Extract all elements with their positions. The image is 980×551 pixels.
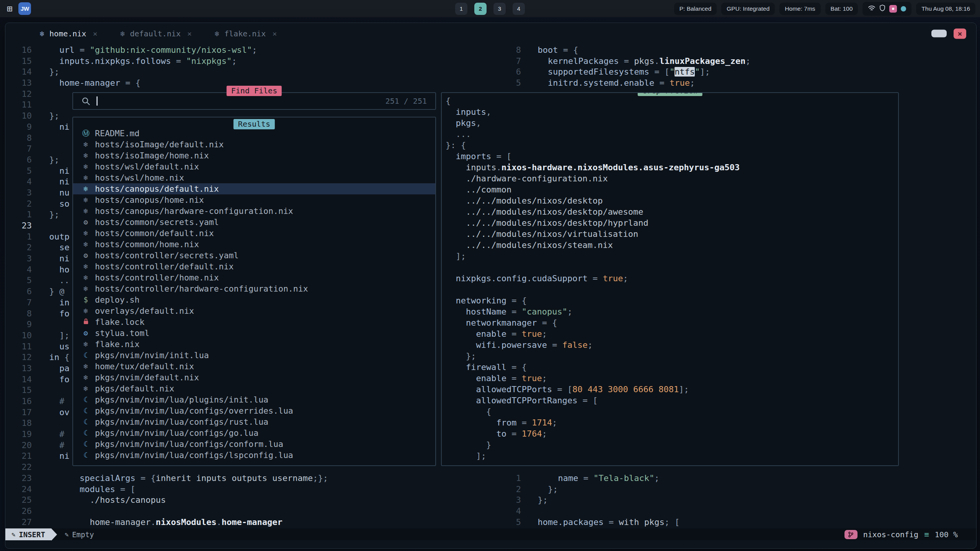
- result-item[interactable]: ☾pkgs/nvim/nvim/lua/configs/go.lua: [73, 427, 435, 439]
- result-item[interactable]: ❄flake.nix: [73, 339, 435, 350]
- code-line[interactable]: 24 modules = [: [5, 484, 504, 495]
- result-item[interactable]: ☾pkgs/nvim/nvim/lua/configs/overrides.lu…: [73, 405, 435, 416]
- code-line[interactable]: 3 };: [504, 495, 976, 506]
- result-item[interactable]: ❄hosts/common/home.nix: [73, 239, 435, 250]
- result-path: hosts/canopus/default.nix: [95, 183, 219, 194]
- tab-default.nix[interactable]: ❄default.nix×: [109, 23, 203, 44]
- result-item[interactable]: ❄home/tux/default.nix: [73, 361, 435, 372]
- preview-line: ../../modules/nixos/steam.nix: [446, 240, 898, 251]
- result-item[interactable]: ☾pkgs/nvim/nvim/init.lua: [73, 350, 435, 361]
- result-item[interactable]: ❄hosts/wsl/home.nix: [73, 172, 435, 183]
- yaml-file-icon: ⚙: [81, 217, 91, 228]
- line-number: 4: [5, 264, 39, 276]
- status-chip[interactable]: Bat: 100: [825, 3, 858, 15]
- shield-icon: [879, 5, 885, 13]
- workspace-button-4[interactable]: 4: [513, 3, 525, 15]
- preview-line: {: [446, 95, 898, 106]
- code-line[interactable]: 6 supportedFilesystems = ["ntfs"];: [504, 67, 976, 78]
- result-item[interactable]: ⓂREADME.md: [73, 128, 435, 139]
- statusline: ✎ INSERT ✎ Empty nixos-config ≡ 100 %: [5, 528, 976, 540]
- result-item[interactable]: ❄hosts/controller/default.nix: [73, 261, 435, 272]
- result-item[interactable]: ⚙hosts/controller/secrets.yaml: [73, 250, 435, 261]
- result-item[interactable]: ☾pkgs/nvim/nvim/lua/configs/conform.lua: [73, 439, 435, 450]
- tab-close-icon[interactable]: ×: [272, 29, 277, 38]
- status-chip[interactable]: GPU: Integrated: [721, 3, 775, 15]
- preview-line: inputs.nixos-hardware.nixosModules.asus-…: [446, 162, 898, 173]
- preview-line: enable = true;: [446, 328, 898, 339]
- tab-flake.nix[interactable]: ❄flake.nix×: [203, 23, 288, 44]
- system-bar-left: ⊞ JW: [7, 2, 31, 15]
- status-chip[interactable]: P: Balanced: [674, 3, 717, 15]
- code-line[interactable]: 5 initrd.systemd.enable = true;: [504, 78, 976, 89]
- result-item[interactable]: ❄overlays/default.nix: [73, 305, 435, 316]
- nix-file-icon: ❄: [81, 205, 91, 217]
- window-pill-button[interactable]: [931, 30, 947, 37]
- line-number: 7: [5, 143, 39, 155]
- nix-file-icon: ❄: [81, 305, 91, 316]
- result-item[interactable]: ❄hosts/controller/home.nix: [73, 272, 435, 283]
- code-line[interactable]: 4: [504, 506, 976, 517]
- code-line[interactable]: 1 name = "Tela-black";: [504, 473, 976, 484]
- result-item[interactable]: ⚙stylua.toml: [73, 328, 435, 339]
- result-path: hosts/isoImage/default.nix: [95, 139, 224, 150]
- result-item[interactable]: ❄hosts/isoImage/home.nix: [73, 150, 435, 161]
- code-line[interactable]: 25 ./hosts/canopus: [5, 495, 504, 506]
- result-item[interactable]: ❄hosts/controller/hardware-configuration…: [73, 283, 435, 294]
- status-chip[interactable]: Home: 7ms: [779, 3, 820, 15]
- result-item[interactable]: ❄hosts/canopus/home.nix: [73, 194, 435, 205]
- result-item[interactable]: $deploy.sh: [73, 294, 435, 305]
- line-number: 1: [5, 231, 39, 243]
- tab-close-icon[interactable]: ×: [187, 29, 192, 38]
- pencil-icon: ✎: [11, 531, 15, 538]
- line-number: 3: [5, 253, 39, 264]
- line-number: 1: [5, 209, 39, 220]
- result-item[interactable]: ☾pkgs/nvim/nvim/lua/configs/rust.lua: [73, 416, 435, 427]
- code-line[interactable]: 2 };: [504, 484, 976, 495]
- lua-file-icon: ☾: [81, 394, 91, 405]
- result-path: pkgs/nvim/nvim/init.lua: [95, 350, 209, 361]
- code-line[interactable]: 5 home.packages = with pkgs; [: [504, 517, 976, 528]
- system-tray[interactable]: [862, 2, 911, 16]
- result-item[interactable]: ❄hosts/canopus/default.nix: [73, 183, 435, 194]
- result-item[interactable]: ⚙hosts/common/secrets.yaml: [73, 217, 435, 228]
- code-line[interactable]: 15 inputs.nixpkgs.follows = "nixpkgs";: [5, 56, 504, 67]
- clock[interactable]: Thu Aug 08, 18:16: [916, 3, 975, 15]
- tab-close-icon[interactable]: ×: [93, 29, 97, 38]
- result-item[interactable]: ☾pkgs/nvim/nvim/lua/plugins/init.lua: [73, 394, 435, 405]
- preview-line: imports = [: [446, 151, 898, 162]
- line-number: 7: [5, 297, 39, 308]
- telescope-prompt[interactable]: Find Files 251 / 251: [72, 92, 436, 110]
- code-line[interactable]: 26: [5, 506, 504, 517]
- line-number: 27: [5, 517, 39, 528]
- window-close-button[interactable]: ×: [954, 28, 966, 39]
- result-item[interactable]: ❄hosts/isoImage/default.nix: [73, 139, 435, 150]
- result-item[interactable]: ❄hosts/canopus/hardware-configuration.ni…: [73, 205, 435, 217]
- result-item[interactable]: ❄pkgs/nvim/default.nix: [73, 372, 435, 383]
- line-number: 3: [504, 495, 528, 506]
- workspace-button-1[interactable]: 1: [455, 3, 467, 15]
- line-number: 16: [5, 45, 39, 56]
- code-line[interactable]: 23 specialArgs = {inherit inputs outputs…: [5, 473, 504, 484]
- result-item[interactable]: ❄hosts/common/default.nix: [73, 228, 435, 239]
- app-launcher-icon[interactable]: ⊞: [7, 4, 12, 13]
- code-line[interactable]: 7 kernelPackages = pkgs.linuxPackages_ze…: [504, 56, 976, 67]
- code-line[interactable]: 16 url = "github:nix-community/nixos-wsl…: [5, 45, 504, 56]
- tab-home.nix[interactable]: ❄home.nix×: [28, 23, 109, 44]
- result-item[interactable]: flake.lock: [73, 316, 435, 328]
- workspace-button-3[interactable]: 3: [493, 3, 506, 15]
- code-line[interactable]: 27 home-manager.nixosModules.home-manage…: [5, 517, 504, 528]
- workspace-button-2[interactable]: 2: [474, 3, 487, 15]
- code-line[interactable]: 8 boot = {: [504, 45, 976, 56]
- result-item[interactable]: ❄hosts/wsl/default.nix: [73, 161, 435, 172]
- code-line[interactable]: 14 };: [5, 67, 504, 78]
- result-item[interactable]: ☾pkgs/nvim/nvim/lua/configs/lspconfig.lu…: [73, 450, 435, 461]
- line-number: 13: [5, 78, 39, 89]
- preview-line: }: {: [446, 140, 898, 151]
- tab-label: home.nix: [49, 29, 86, 38]
- editor-area: 16 url = "github:nix-community/nixos-wsl…: [5, 44, 976, 528]
- nix-file-icon: ❄: [81, 239, 91, 250]
- logo-badge[interactable]: JW: [18, 2, 31, 15]
- result-item[interactable]: ❄pkgs/default.nix: [73, 383, 435, 394]
- preview-line: to = 1764;: [446, 428, 898, 439]
- result-path: deploy.sh: [95, 294, 140, 305]
